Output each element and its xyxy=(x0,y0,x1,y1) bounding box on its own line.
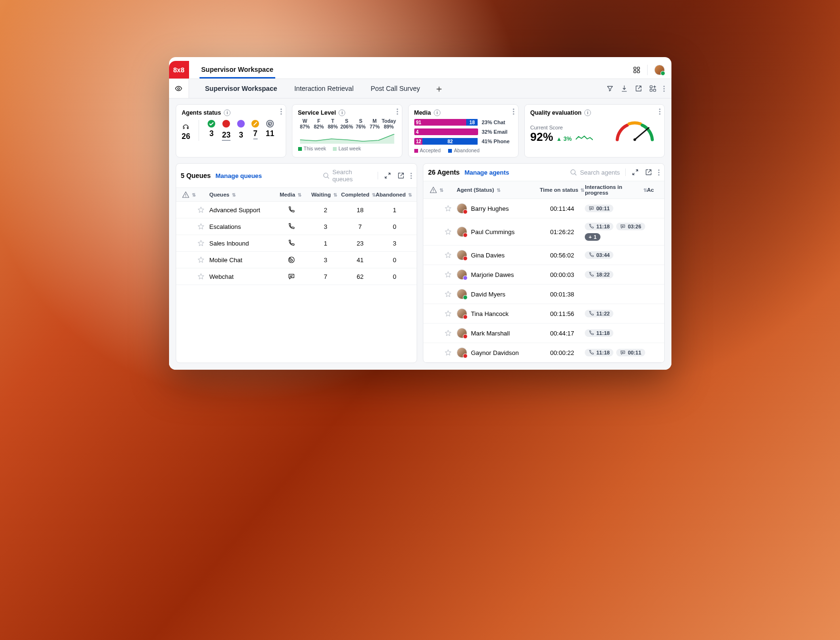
user-avatar[interactable] xyxy=(654,65,665,75)
col-queues[interactable]: Queues xyxy=(210,191,274,198)
interaction-chip[interactable]: 00:11 xyxy=(616,349,645,356)
agent-row[interactable]: Gaynor Davidson00:00:22 11:18 00:11 xyxy=(423,343,664,363)
popout-icon[interactable] xyxy=(397,172,405,179)
info-icon[interactable]: i xyxy=(434,109,440,116)
expand-icon[interactable] xyxy=(384,172,391,179)
agent-row[interactable]: Gina Davies00:56:02 03:44 xyxy=(423,246,664,265)
agent-row[interactable]: Mark Marshall00:44:17 11:18 xyxy=(423,324,664,343)
warn-icon[interactable] xyxy=(430,186,437,194)
star-icon[interactable] xyxy=(444,349,457,356)
star-icon[interactable] xyxy=(197,256,210,264)
col-abandoned[interactable]: Abandoned xyxy=(376,191,412,198)
add-widget-icon[interactable] xyxy=(649,85,657,92)
agents-status-item[interactable]: 3 xyxy=(237,120,245,141)
col-progress[interactable]: Interactions in progress xyxy=(585,184,647,196)
panel-menu-icon[interactable] xyxy=(658,169,660,176)
card-menu-icon[interactable] xyxy=(397,108,398,115)
expand-icon[interactable] xyxy=(631,168,639,176)
warn-icon[interactable] xyxy=(182,191,190,198)
filter-icon[interactable] xyxy=(606,85,614,92)
add-tab-button[interactable]: ＋ xyxy=(429,82,450,95)
star-icon[interactable] xyxy=(444,290,457,298)
star-icon[interactable] xyxy=(197,223,210,230)
popout-icon[interactable] xyxy=(645,168,652,176)
col-waiting[interactable]: Waiting xyxy=(307,191,341,198)
agent-row[interactable]: Barry Hughes00:11:44 00:11 xyxy=(423,199,664,218)
interaction-chip[interactable]: 03:26 xyxy=(616,223,645,230)
info-icon[interactable]: i xyxy=(584,109,591,116)
col-media[interactable]: Media xyxy=(274,191,307,198)
agents-header-row: Agent (Status) Time on status Interactio… xyxy=(423,181,664,199)
open-external-icon[interactable] xyxy=(635,85,642,92)
manage-agents-link[interactable]: Manage agents xyxy=(464,169,509,176)
phone-icon xyxy=(288,239,295,247)
queue-row[interactable]: Mobile Chat3410 xyxy=(176,252,417,268)
agent-row[interactable]: Marjorie Dawes00:00:03 18:22 xyxy=(423,265,664,285)
headset-icon xyxy=(182,123,190,131)
star-icon[interactable] xyxy=(197,206,210,214)
agent-row[interactable]: Paul Cummings01:26:22 11:18 03:26+ 1 xyxy=(423,218,664,246)
interaction-chip[interactable]: 03:44 xyxy=(585,251,613,259)
sl-day: T88% xyxy=(326,118,340,129)
agents-search[interactable]: Search agents xyxy=(570,168,620,176)
workspace-tab[interactable]: Post Call Survey xyxy=(362,79,429,98)
queue-row[interactable]: Webchat7620 xyxy=(176,268,417,285)
interaction-chip[interactable]: 11:18 xyxy=(585,329,613,337)
preview-toggle[interactable] xyxy=(169,79,189,98)
interaction-chip[interactable]: 11:18 xyxy=(585,223,613,230)
agent-row[interactable]: Tina Hancock00:11:56 11:22 xyxy=(423,304,664,324)
quality-score: 92% xyxy=(530,130,553,144)
interaction-chip[interactable]: 18:22 xyxy=(585,271,613,278)
info-icon[interactable]: i xyxy=(339,109,345,116)
col-time[interactable]: Time on status xyxy=(540,184,585,196)
star-icon[interactable] xyxy=(444,228,457,236)
media-bar: 4 xyxy=(414,128,478,135)
manage-queues-link[interactable]: Manage queues xyxy=(216,172,262,179)
workspace-tab[interactable]: Interaction Retrieval xyxy=(286,79,362,98)
info-icon[interactable]: i xyxy=(224,109,230,116)
phone-icon xyxy=(288,223,295,230)
agents-status-item[interactable]: 23 xyxy=(222,120,230,141)
quality-gauge xyxy=(611,120,659,144)
card-menu-icon[interactable] xyxy=(513,108,514,115)
workspace-tab[interactable]: Supervisor Workspace xyxy=(197,79,286,98)
eye-icon xyxy=(175,85,182,92)
queues-search[interactable]: Search queues xyxy=(322,168,373,183)
more-menu-icon[interactable] xyxy=(663,86,665,92)
queue-row[interactable]: Escalations370 xyxy=(176,218,417,235)
star-icon[interactable] xyxy=(197,273,210,280)
agents-status-item[interactable]: 3 xyxy=(208,120,215,141)
card-menu-icon[interactable] xyxy=(280,108,282,115)
interaction-chip[interactable]: 11:22 xyxy=(585,310,613,317)
star-icon[interactable] xyxy=(197,239,210,247)
interaction-chip[interactable]: + 1 xyxy=(585,233,600,241)
phone-icon xyxy=(589,252,594,258)
queue-row[interactable]: Sales Inbound1233 xyxy=(176,235,417,252)
window-title-tab[interactable]: Supervisor Workspace xyxy=(200,61,275,79)
agent-avatar xyxy=(457,328,467,338)
agent-name: Gina Davies xyxy=(471,252,505,259)
toolbar: Supervisor WorkspaceInteraction Retrieva… xyxy=(169,79,671,98)
download-icon[interactable] xyxy=(620,85,628,92)
agent-row[interactable]: David Myers00:01:38 xyxy=(423,285,664,304)
apps-grid-icon[interactable] xyxy=(633,66,640,74)
agents-status-item[interactable]: 7 xyxy=(251,120,259,141)
media-row: 432% Email xyxy=(414,128,512,135)
star-icon[interactable] xyxy=(444,329,457,337)
agents-status-item[interactable]: 11 xyxy=(266,120,274,141)
star-icon[interactable] xyxy=(444,205,457,212)
star-icon[interactable] xyxy=(444,271,457,278)
col-agent[interactable]: Agent (Status) xyxy=(457,184,540,196)
interaction-chip[interactable]: 00:11 xyxy=(585,205,613,212)
panel-menu-icon[interactable] xyxy=(410,173,412,179)
star-icon[interactable] xyxy=(444,251,457,259)
star-icon[interactable] xyxy=(444,310,457,317)
quality-delta: ▲ 3% xyxy=(556,136,572,142)
interaction-chip[interactable]: 11:18 xyxy=(585,349,613,356)
card-menu-icon[interactable] xyxy=(659,108,660,115)
queue-row[interactable]: Advanced Support2181 xyxy=(176,202,417,218)
sl-day: W87% xyxy=(298,118,312,129)
agent-name: Paul Cummings xyxy=(471,228,515,236)
col-completed[interactable]: Completed xyxy=(341,191,375,198)
phone-icon xyxy=(589,272,594,277)
